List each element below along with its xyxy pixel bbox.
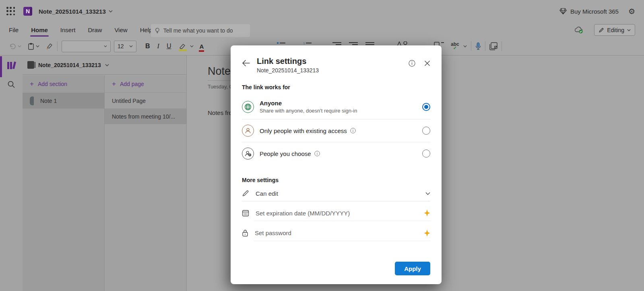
notebook-name: Note_20251014_133213 bbox=[38, 62, 101, 68]
globe-icon bbox=[242, 101, 254, 113]
section-item-note-1[interactable]: Note 1 bbox=[23, 93, 104, 109]
radio-people-you-choose[interactable] bbox=[422, 150, 430, 158]
chevron-down-icon bbox=[109, 10, 113, 12]
page-item-untitled[interactable]: Untitled Page bbox=[105, 93, 186, 109]
radio-existing-access[interactable] bbox=[422, 127, 430, 135]
font-color-button[interactable]: A bbox=[199, 43, 204, 50]
tell-me-search-box[interactable] bbox=[151, 24, 250, 37]
font-name-select[interactable] bbox=[62, 41, 111, 52]
chevron-down-icon[interactable] bbox=[18, 45, 21, 47]
editing-label: Editing bbox=[607, 27, 624, 33]
password-input[interactable] bbox=[255, 230, 424, 236]
field-underline bbox=[254, 221, 430, 221]
notebook-header-dropdown[interactable]: Note_20251014_133213 bbox=[23, 55, 186, 75]
section-tab-icon bbox=[30, 96, 34, 105]
undo-icon bbox=[9, 43, 16, 49]
menu-draw[interactable]: Draw bbox=[87, 24, 103, 36]
editing-mode-button[interactable]: Editing bbox=[594, 24, 635, 36]
dictate-microphone-icon[interactable] bbox=[475, 42, 481, 50]
rail-active-indicator bbox=[0, 56, 2, 77]
works-for-label: The link works for bbox=[242, 84, 430, 90]
font-name-input[interactable] bbox=[65, 43, 101, 49]
chevron-down-icon bbox=[129, 45, 133, 47]
option-people-you-choose[interactable]: People you choose bbox=[242, 142, 430, 165]
bold-button[interactable]: B bbox=[145, 43, 150, 49]
menu-bar: File Home Insert Draw View Help bbox=[0, 23, 644, 37]
tell-me-search-input[interactable] bbox=[163, 27, 246, 34]
menu-home[interactable]: Home bbox=[30, 24, 49, 36]
saved-to-cloud-icon bbox=[574, 26, 584, 34]
menu-insert[interactable]: Insert bbox=[60, 24, 76, 36]
paste-button[interactable] bbox=[28, 43, 39, 50]
highlighter-icon bbox=[179, 43, 186, 49]
field-underline bbox=[242, 201, 430, 201]
person-add-icon bbox=[242, 148, 254, 160]
sticky-notes-icon[interactable] bbox=[489, 42, 497, 50]
buy-label: Buy Microsoft 365 bbox=[570, 8, 619, 15]
font-size-select[interactable]: 12 bbox=[114, 41, 136, 52]
chevron-down-icon bbox=[105, 64, 109, 66]
chevron-down-icon bbox=[627, 29, 631, 31]
password-field[interactable] bbox=[242, 229, 430, 237]
info-icon-small[interactable] bbox=[314, 151, 320, 156]
option-existing-access-label: Only people with existing access bbox=[260, 127, 422, 134]
page-item-notes-from-meeting[interactable]: Notes from meeting 10/... bbox=[105, 109, 186, 124]
pencil-icon bbox=[242, 190, 249, 197]
plus-icon: + bbox=[112, 80, 116, 87]
section-label: Note 1 bbox=[40, 98, 57, 104]
settings-gear-icon[interactable]: ⚙ bbox=[628, 8, 635, 15]
plus-icon: + bbox=[30, 80, 34, 87]
add-page-button[interactable]: + Add page bbox=[105, 75, 186, 93]
page-body-text[interactable]: Notes fro bbox=[208, 109, 232, 116]
format-painter-icon bbox=[45, 43, 53, 50]
notebooks-library-icon[interactable] bbox=[6, 60, 17, 71]
option-existing-access[interactable]: Only people with existing access bbox=[242, 119, 430, 142]
page-title-text[interactable]: Note bbox=[208, 65, 231, 78]
dialog-title: Link settings bbox=[257, 57, 319, 66]
apply-button[interactable]: Apply bbox=[395, 262, 430, 275]
chevron-down-icon bbox=[104, 45, 107, 47]
radio-anyone-selected[interactable] bbox=[422, 103, 430, 111]
add-section-button[interactable]: + Add section bbox=[23, 75, 104, 93]
permission-dropdown[interactable]: Can edit bbox=[242, 190, 430, 197]
expiration-date-input[interactable] bbox=[256, 210, 424, 217]
close-icon[interactable] bbox=[424, 60, 430, 66]
buy-microsoft-365-button[interactable]: Buy Microsoft 365 bbox=[559, 8, 619, 15]
document-title-text: Note_20251014_133213 bbox=[39, 8, 106, 15]
sections-pane: + Add section Note 1 bbox=[23, 75, 104, 291]
ribbon-divider bbox=[485, 41, 485, 51]
option-people-you-choose-label: People you choose bbox=[260, 150, 422, 157]
highlighter-button[interactable] bbox=[179, 43, 186, 49]
menu-view[interactable]: View bbox=[114, 24, 128, 36]
underline-button[interactable]: U bbox=[167, 43, 171, 49]
clipboard-icon bbox=[28, 43, 34, 50]
lightbulb-icon bbox=[155, 27, 160, 34]
chevron-down-icon bbox=[425, 192, 430, 195]
format-painter-button[interactable] bbox=[45, 43, 53, 50]
expiration-date-field[interactable] bbox=[242, 209, 430, 217]
title-bar: N Note_20251014_133213 Buy Microsoft 365… bbox=[0, 0, 644, 23]
option-anyone-description: Share with anyone, doesn't require sign-… bbox=[260, 108, 422, 114]
undo-button[interactable] bbox=[9, 43, 21, 49]
italic-button[interactable]: I bbox=[157, 43, 159, 49]
ribbon-divider bbox=[502, 41, 502, 51]
chevron-down-icon[interactable] bbox=[190, 45, 194, 47]
info-icon[interactable] bbox=[409, 60, 415, 67]
chevron-down-icon[interactable] bbox=[463, 45, 467, 47]
left-rail bbox=[0, 55, 23, 291]
font-size-value: 12 bbox=[118, 43, 124, 49]
info-icon-small[interactable] bbox=[350, 128, 356, 133]
person-icon bbox=[242, 125, 254, 137]
search-icon[interactable] bbox=[7, 80, 15, 88]
menu-file[interactable]: File bbox=[8, 24, 19, 36]
document-title[interactable]: Note_20251014_133213 bbox=[39, 8, 113, 15]
back-arrow-icon[interactable] bbox=[242, 60, 250, 66]
link-settings-dialog: Link settings Note_20251014_133213 The l… bbox=[231, 45, 442, 284]
premium-sparkle-icon bbox=[424, 209, 430, 217]
chevron-down-icon[interactable] bbox=[36, 45, 39, 47]
spellcheck-button[interactable]: abc✓ bbox=[451, 43, 467, 50]
option-anyone[interactable]: Anyone Share with anyone, doesn't requir… bbox=[242, 94, 430, 119]
page-label: Untitled Page bbox=[112, 98, 146, 104]
app-launcher-icon[interactable] bbox=[6, 6, 16, 16]
calendar-icon bbox=[242, 209, 249, 217]
